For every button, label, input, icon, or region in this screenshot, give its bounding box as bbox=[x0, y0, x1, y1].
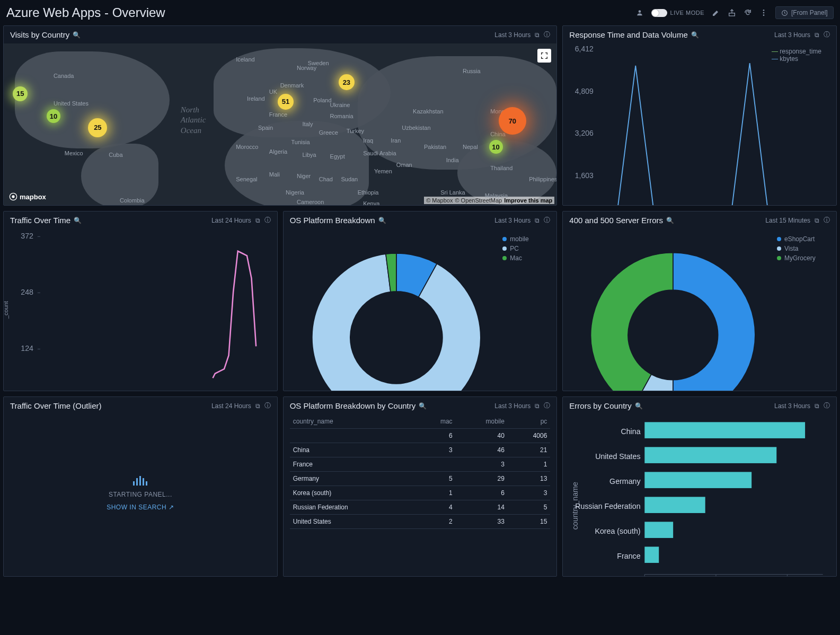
panel-range: Last 3 Hours bbox=[774, 402, 810, 410]
live-mode-label: LIVE MODE bbox=[670, 10, 704, 16]
map-bubble[interactable]: 23 bbox=[339, 74, 355, 90]
table-header[interactable]: mobile bbox=[456, 414, 508, 429]
copy-icon[interactable]: ⧉ bbox=[815, 31, 819, 39]
table-header[interactable]: mac bbox=[418, 414, 456, 429]
chart-traffic[interactable]: 012424837207:00 AM08:00 AM bbox=[10, 231, 271, 391]
live-mode-toggle[interactable] bbox=[651, 9, 667, 17]
edit-icon[interactable] bbox=[712, 8, 720, 17]
chart-errors-by-country[interactable]: country_nameChinaUnited StatesGermanyRus… bbox=[569, 417, 830, 577]
country-label: Colombia bbox=[120, 197, 144, 204]
panel-range: Last 3 Hours bbox=[494, 217, 530, 224]
search-icon[interactable]: 🔍 bbox=[666, 217, 674, 224]
legend-item[interactable]: MyGrocery bbox=[777, 254, 830, 262]
svg-text:Russian Federation: Russian Federation bbox=[576, 502, 641, 510]
info-icon[interactable]: ⓘ bbox=[544, 401, 550, 410]
country-label: Cuba bbox=[109, 152, 122, 158]
world-map[interactable]: NorthAtlanticOcean mapbox © Mapbox © Ope… bbox=[4, 43, 556, 205]
chart-response-time[interactable]: 01,6033,2064,8096,41207:00 AM07:30 AM08:… bbox=[569, 46, 772, 206]
map-bubble[interactable]: 51 bbox=[278, 94, 294, 110]
panel-range: Last 24 Hours bbox=[211, 402, 251, 410]
table-row[interactable]: Germany52913 bbox=[290, 472, 551, 486]
search-icon[interactable]: 🔍 bbox=[635, 402, 643, 410]
svg-point-7 bbox=[12, 195, 14, 198]
legend-item[interactable]: — kbytes bbox=[772, 55, 830, 63]
panel-title: Errors by Country bbox=[569, 401, 632, 410]
svg-point-0 bbox=[638, 10, 641, 13]
table-header[interactable]: pc bbox=[508, 414, 550, 429]
show-in-search-link[interactable]: SHOW IN SEARCH ↗ bbox=[107, 504, 174, 511]
chart-os-donut[interactable] bbox=[290, 231, 503, 391]
info-icon[interactable]: ⓘ bbox=[264, 216, 271, 225]
svg-text:China: China bbox=[621, 427, 641, 436]
svg-text:124: 124 bbox=[21, 344, 33, 352]
copy-icon[interactable]: ⧉ bbox=[255, 217, 260, 224]
country-label: Ethiopia bbox=[358, 189, 379, 196]
map-bubble[interactable]: 10 bbox=[489, 140, 503, 154]
copy-icon[interactable]: ⧉ bbox=[815, 402, 819, 410]
copy-icon[interactable]: ⧉ bbox=[535, 31, 540, 39]
fullscreen-icon[interactable] bbox=[537, 49, 551, 63]
country-label: Cameroon bbox=[297, 199, 324, 205]
country-label: Thailand bbox=[490, 165, 512, 171]
time-range-picker[interactable]: [From Panel] bbox=[775, 6, 834, 19]
panel-range: Last 3 Hours bbox=[494, 402, 530, 410]
search-icon[interactable]: 🔍 bbox=[691, 31, 699, 39]
copy-icon[interactable]: ⧉ bbox=[255, 402, 260, 410]
legend-item[interactable]: mobile bbox=[502, 235, 550, 243]
panel-title: OS Platform Breakdown bbox=[290, 216, 375, 225]
table-row[interactable]: Russian Federation4145 bbox=[290, 500, 551, 515]
map-bubble[interactable]: 70 bbox=[499, 107, 526, 135]
table-row[interactable]: United States23315 bbox=[290, 515, 551, 529]
legend-item[interactable]: Vista bbox=[777, 245, 830, 252]
country-label: Mexico bbox=[65, 150, 83, 156]
copy-icon[interactable]: ⧉ bbox=[535, 402, 540, 410]
svg-rect-33 bbox=[645, 447, 777, 463]
info-icon[interactable]: ⓘ bbox=[544, 30, 550, 39]
country-label: Denmark bbox=[280, 82, 304, 89]
country-label: Uzbekistan bbox=[402, 125, 430, 131]
panel-title: 400 and 500 Server Errors bbox=[569, 216, 663, 225]
legend-item[interactable]: — response_time bbox=[772, 48, 830, 55]
svg-text:1,603: 1,603 bbox=[575, 171, 594, 180]
country-label: Kazakhstan bbox=[413, 108, 443, 114]
chart-errors-donut[interactable] bbox=[569, 231, 777, 391]
legend-item[interactable]: PC bbox=[502, 245, 550, 252]
more-icon[interactable] bbox=[759, 8, 768, 17]
legend-item[interactable]: Mac bbox=[502, 254, 550, 262]
time-range-label: [From Panel] bbox=[791, 9, 828, 16]
info-icon[interactable]: ⓘ bbox=[824, 401, 830, 410]
country-label: Greece bbox=[319, 129, 338, 136]
search-icon[interactable]: 🔍 bbox=[419, 402, 427, 410]
table-row[interactable]: Korea (south)163 bbox=[290, 486, 551, 500]
svg-text:248: 248 bbox=[21, 288, 33, 296]
panel-title: OS Platform Breakdown by Country bbox=[290, 401, 416, 410]
search-icon[interactable]: 🔍 bbox=[73, 31, 81, 39]
info-icon[interactable]: ⓘ bbox=[824, 30, 830, 39]
country-label: Saudi Arabia bbox=[363, 150, 396, 156]
map-bubble[interactable]: 15 bbox=[13, 86, 28, 101]
country-label: Nigeria bbox=[286, 189, 304, 196]
share-icon[interactable] bbox=[728, 8, 736, 17]
country-label: Pakistan bbox=[424, 144, 446, 150]
info-icon[interactable]: ⓘ bbox=[264, 401, 271, 410]
table-row[interactable]: France31 bbox=[290, 457, 551, 472]
copy-icon[interactable]: ⧉ bbox=[535, 217, 540, 224]
legend-item[interactable]: eShopCart bbox=[777, 235, 830, 243]
country-label: Egypt bbox=[330, 153, 345, 160]
map-bubble[interactable]: 25 bbox=[88, 118, 107, 137]
table-header[interactable]: country_name bbox=[290, 414, 418, 429]
country-label: Turkey bbox=[347, 128, 364, 134]
loading-text: STARTING PANEL... bbox=[109, 491, 172, 498]
refresh-icon[interactable] bbox=[744, 8, 752, 17]
info-icon[interactable]: ⓘ bbox=[824, 216, 830, 225]
table-row[interactable]: 6404006 bbox=[290, 429, 551, 443]
copy-icon[interactable]: ⧉ bbox=[815, 217, 819, 224]
table-row[interactable]: China34621 bbox=[290, 443, 551, 457]
os-breakdown-table[interactable]: country_namemacmobilepc6404006China34621… bbox=[290, 414, 551, 529]
search-icon[interactable]: 🔍 bbox=[74, 217, 82, 224]
user-icon bbox=[635, 8, 644, 17]
info-icon[interactable]: ⓘ bbox=[544, 216, 550, 225]
country-label: Libya bbox=[302, 152, 316, 158]
map-bubble[interactable]: 10 bbox=[47, 109, 60, 123]
search-icon[interactable]: 🔍 bbox=[378, 217, 386, 224]
